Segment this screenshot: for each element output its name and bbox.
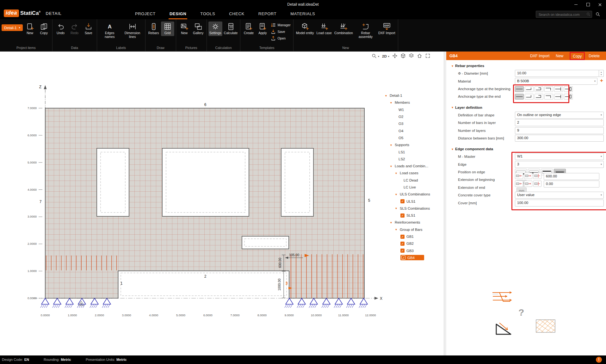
extension-option-3[interactable] bbox=[533, 173, 541, 179]
ribbon-button-project-items-new[interactable]: New bbox=[23, 22, 37, 36]
ribbon-button-draw-grid[interactable]: Grid bbox=[161, 22, 174, 36]
spinner-arrows[interactable]: ▴▾ bbox=[599, 70, 603, 77]
ribbon-button-open[interactable]: Open bbox=[270, 35, 291, 41]
close-button[interactable] bbox=[594, 0, 606, 9]
dropdown-material[interactable]: B 500B▾ bbox=[515, 78, 597, 85]
anchorage-type-option-6[interactable] bbox=[564, 94, 573, 100]
support-triangle[interactable] bbox=[40, 298, 49, 308]
support-triangle[interactable] bbox=[53, 298, 61, 308]
support-triangle[interactable] bbox=[322, 298, 330, 308]
layers-icon[interactable] bbox=[409, 53, 414, 60]
input-number-of-bars-in-layer[interactable]: 2 bbox=[515, 119, 604, 126]
tree-item-gb1[interactable]: ✓GB1 bbox=[383, 233, 443, 240]
tree-item-group-of-bars[interactable]: ▾Group of Bars bbox=[383, 226, 443, 233]
tree-expand-icon[interactable]: ▾ bbox=[395, 228, 400, 231]
dropdown-edge[interactable]: 3▾ bbox=[515, 161, 604, 168]
tree-expand-icon[interactable]: ▾ bbox=[395, 171, 400, 175]
support-triangle[interactable] bbox=[90, 298, 98, 308]
extension-option-1[interactable] bbox=[515, 173, 523, 179]
ribbon-button-data-undo[interactable]: Undo bbox=[54, 22, 67, 36]
ribbon-button-new-combination[interactable]: Combination bbox=[333, 22, 354, 36]
tab-tools[interactable]: TOOLS bbox=[199, 9, 216, 19]
home-view-icon[interactable] bbox=[417, 53, 422, 60]
tree-item-supports[interactable]: ▾Supports bbox=[383, 141, 443, 148]
anchorage-type-option-6[interactable] bbox=[564, 86, 573, 92]
drawing-canvas[interactable]: Z X 7.00006.00005.00004.00003.00002.0000… bbox=[0, 52, 444, 355]
tab-design[interactable]: DESIGN bbox=[169, 9, 187, 19]
ribbon-button-pictures-gallery[interactable]: Gallery bbox=[192, 22, 205, 36]
ribbon-button-calculation-calculate[interactable]: Calculate bbox=[223, 22, 239, 36]
tab-project[interactable]: PROJECT bbox=[134, 9, 157, 19]
ribbon-button-project-items-copy[interactable]: Copy bbox=[37, 22, 51, 36]
tree-item-members[interactable]: ▾Members bbox=[383, 99, 443, 106]
support-triangle[interactable] bbox=[309, 298, 318, 308]
view-cube-icon[interactable] bbox=[400, 53, 406, 60]
ribbon-button-templates-apply[interactable]: Apply bbox=[256, 22, 269, 36]
ribbon-button-labels-edges-names[interactable]: AEdges names bbox=[99, 22, 121, 40]
dropdown-definition-of-bar-shape[interactable]: On outline or opening edge▾ bbox=[515, 112, 604, 119]
extension-option-2[interactable] bbox=[524, 181, 532, 187]
zoom-tool-chevron-icon[interactable]: ▾ bbox=[378, 55, 379, 58]
tab-materials[interactable]: MATERIALS bbox=[289, 9, 316, 19]
ribbon-button-calculation-settings[interactable]: Settings bbox=[208, 22, 222, 36]
tree-item-o3[interactable]: O3 bbox=[383, 120, 443, 127]
tree-item-o4[interactable]: O4 bbox=[383, 127, 443, 134]
section-collapse-icon[interactable]: ▾ bbox=[452, 147, 453, 151]
tree-checkbox[interactable]: ✓ bbox=[400, 242, 405, 246]
tree-item-lc-live[interactable]: LC Live bbox=[383, 184, 443, 191]
anchorage-type-option-5[interactable] bbox=[554, 94, 563, 100]
tree-checkbox[interactable]: ✓ bbox=[401, 256, 405, 260]
input-extension-of-end[interactable]: 0.00 bbox=[544, 181, 599, 188]
tree-item-lc-dead[interactable]: LC Dead bbox=[383, 177, 443, 184]
tree-checkbox[interactable]: ✓ bbox=[400, 249, 405, 253]
input-number-of-layers[interactable]: 9 bbox=[515, 127, 604, 134]
support-triangle[interactable] bbox=[297, 298, 306, 308]
anchorage-type-option-3[interactable] bbox=[535, 94, 543, 100]
edge-label-3-selected[interactable]: 3 bbox=[286, 281, 288, 286]
props-dxf-import-button[interactable]: DXF Import bbox=[530, 54, 549, 58]
props-delete-button[interactable]: Delete bbox=[589, 54, 600, 58]
input-extension-of-beginning[interactable]: 600.00 bbox=[544, 173, 599, 180]
support-triangle[interactable] bbox=[65, 298, 73, 308]
add-material-button[interactable]: + bbox=[600, 77, 603, 83]
view-mode-chevron-icon[interactable]: ▾ bbox=[388, 55, 389, 58]
support-triangle[interactable] bbox=[359, 298, 368, 308]
anchorage-type-option-2[interactable] bbox=[525, 86, 534, 92]
input-distance-between-bars-mm[interactable]: 300.00 bbox=[515, 135, 604, 142]
spinner-diameter-mm[interactable]: 10.00▴▾ bbox=[515, 70, 604, 77]
tree-item-uls1[interactable]: ✓ULS1 bbox=[383, 198, 443, 205]
ribbon-button-new-load-case[interactable]: Load case bbox=[315, 22, 332, 36]
tree-checkbox[interactable]: ✓ bbox=[400, 199, 405, 203]
opening-o2[interactable] bbox=[97, 148, 129, 216]
ribbon-button-draw-rebars[interactable]: Rebars bbox=[147, 22, 160, 36]
tree-expand-icon[interactable]: ▾ bbox=[390, 221, 395, 224]
input-cover-mm[interactable]: 100.00 bbox=[515, 200, 604, 207]
tree-item-w1[interactable]: W1 bbox=[383, 106, 443, 113]
ribbon-button-labels-dimension-lines[interactable]: Dimension lines bbox=[121, 22, 144, 40]
tree-item-ls2[interactable]: LS2 bbox=[383, 156, 443, 163]
support-triangle[interactable] bbox=[285, 298, 293, 308]
anchorage-type-option-3[interactable] bbox=[535, 86, 543, 92]
tree-expand-icon[interactable]: ▾ bbox=[390, 143, 395, 147]
ribbon-button-new-rebar-assembly[interactable]: Rebar assembly bbox=[355, 22, 377, 40]
view-mode-select[interactable]: 2D bbox=[382, 54, 387, 58]
anchorage-type-option-1[interactable] bbox=[515, 94, 524, 100]
maximize-button[interactable] bbox=[582, 0, 594, 9]
tree-item-gb2[interactable]: ✓GB2 bbox=[383, 240, 443, 247]
search-input[interactable] bbox=[538, 11, 585, 18]
ribbon-button-save[interactable]: Save bbox=[270, 29, 291, 34]
tree-item-detail-1[interactable]: ▾Detail-1 bbox=[383, 92, 443, 99]
support-triangle[interactable] bbox=[102, 298, 111, 308]
fullscreen-icon[interactable] bbox=[425, 53, 430, 60]
tree-item-loads-and-combin[interactable]: ▾Loads and Combin... bbox=[383, 163, 443, 170]
tree-expand-icon[interactable]: ▾ bbox=[395, 193, 400, 196]
anchorage-type-option-4[interactable] bbox=[544, 94, 553, 100]
project-item-select[interactable]: Detail-1▾ bbox=[2, 24, 23, 31]
opening-o3[interactable] bbox=[162, 148, 249, 216]
search-button[interactable] bbox=[595, 12, 600, 18]
tree-expand-icon[interactable]: ▾ bbox=[385, 94, 390, 97]
tree-item-o5[interactable]: O5 bbox=[383, 134, 443, 141]
minimize-button[interactable] bbox=[570, 0, 582, 9]
extension-option-1[interactable] bbox=[515, 181, 523, 187]
anchorage-type-option-5[interactable] bbox=[554, 86, 563, 92]
